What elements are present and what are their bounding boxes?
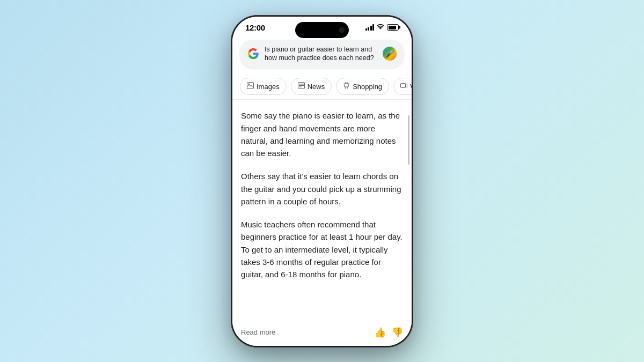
bottom-bar: Read more 👍 👎 — [232, 321, 412, 346]
feedback-icons: 👍 👎 — [374, 327, 403, 338]
search-bar[interactable]: Is piano or guitar easier to learn and h… — [240, 40, 404, 69]
shopping-tab-label: Shopping — [353, 83, 382, 91]
wifi-icon — [377, 24, 384, 32]
paragraph-3: Music teachers often recommend that begi… — [241, 218, 403, 280]
svg-point-1 — [248, 84, 250, 85]
paragraph-1: Some say the piano is easier to learn, a… — [241, 109, 403, 159]
phone-wrapper: 12:00 — [231, 15, 413, 348]
camera-dot — [339, 27, 345, 33]
tab-news[interactable]: News — [291, 78, 332, 95]
tab-videos[interactable]: Vid… — [393, 78, 412, 95]
signal-icon — [365, 24, 375, 31]
tab-shopping[interactable]: Shopping — [336, 78, 389, 95]
dynamic-island — [295, 22, 349, 38]
tab-images[interactable]: Images — [240, 78, 287, 95]
news-tab-icon — [298, 82, 305, 91]
news-tab-label: News — [308, 83, 325, 91]
battery-icon — [387, 24, 399, 31]
read-more-link[interactable]: Read more — [241, 328, 275, 336]
status-bar: 12:00 — [232, 17, 412, 35]
search-area: Is piano or guitar easier to learn and h… — [232, 35, 412, 74]
content-area: Some say the piano is easier to learn, a… — [232, 100, 412, 320]
svg-point-6 — [345, 87, 346, 88]
videos-tab-icon — [400, 82, 407, 91]
filter-tabs-bar: Images News — [232, 73, 412, 100]
scrollbar[interactable] — [408, 115, 409, 165]
search-query-text: Is piano or guitar easier to learn and h… — [265, 45, 377, 63]
mic-icon[interactable]: 🎤 — [383, 47, 397, 61]
svg-rect-8 — [401, 84, 406, 88]
images-tab-label: Images — [257, 83, 280, 91]
phone-frame: 12:00 — [231, 15, 413, 348]
google-logo-icon — [247, 48, 259, 60]
thumbs-down-icon[interactable]: 👎 — [391, 327, 403, 338]
paragraph-2: Others say that it's easier to learn cho… — [241, 170, 403, 208]
videos-tab-label: Vid… — [410, 83, 412, 91]
svg-point-7 — [347, 87, 348, 88]
images-tab-icon — [247, 82, 254, 91]
status-icons — [365, 24, 399, 32]
status-time: 12:00 — [245, 23, 265, 32]
phone-screen: 12:00 — [232, 17, 412, 346]
shopping-tab-icon — [343, 82, 350, 91]
thumbs-up-icon[interactable]: 👍 — [374, 327, 386, 338]
